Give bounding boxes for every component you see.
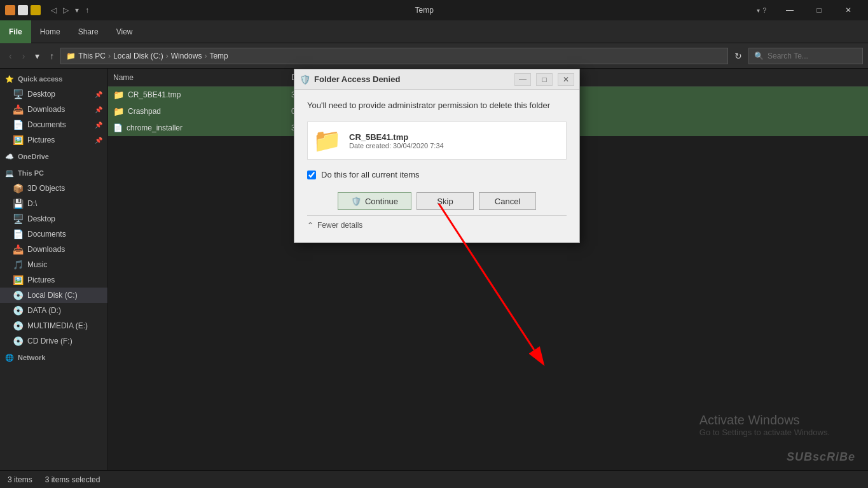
sidebar-header-network[interactable]: 🌐 Network	[0, 350, 107, 365]
checkbox-label: Do this for all current items	[321, 170, 420, 179]
sidebar: ⭐ Quick access 🖥️ Desktop 📌 📥 Downloads …	[0, 69, 108, 470]
d-drive-icon: 💾	[13, 199, 24, 209]
sidebar-item-documents2[interactable]: 📄 Documents	[0, 227, 107, 242]
sidebar-item-pictures[interactable]: 🖼️ Pictures 📌	[0, 132, 107, 148]
pictures-icon: 🖼️	[13, 135, 24, 145]
3d-objects-icon: 📦	[13, 183, 24, 193]
data-d-icon: 💿	[13, 305, 24, 316]
sidebar-item-music[interactable]: 🎵 Music	[0, 257, 107, 272]
minimize-button[interactable]: —	[775, 0, 804, 20]
pictures2-icon: 🖼️	[13, 275, 24, 285]
pin-icon: 📌	[95, 91, 102, 98]
close-button[interactable]: ✕	[834, 0, 863, 20]
nav-recent[interactable]: ▾	[72, 4, 81, 16]
dialog-message: You'll need to provide administrator per…	[307, 100, 567, 111]
cd-drive-icon: 💿	[13, 336, 24, 346]
cancel-button[interactable]: Cancel	[479, 192, 536, 210]
dialog-folder-icon: 📁	[313, 127, 341, 154]
downloads2-icon: 📥	[13, 244, 24, 254]
nav-back[interactable]: ◁	[48, 4, 59, 16]
sidebar-item-d-drive[interactable]: 💾 D:\	[0, 196, 107, 211]
pin-icon-3: 📌	[95, 122, 102, 129]
dialog-title-text: Folder Access Denied	[314, 74, 509, 84]
pin-icon-2: 📌	[95, 106, 102, 113]
desktop-icon: 🖥️	[13, 89, 24, 99]
dialog-close-button[interactable]: ✕	[558, 73, 574, 86]
pin-icon-4: 📌	[95, 137, 102, 144]
search-input[interactable]	[768, 52, 844, 60]
skip-button[interactable]: Skip	[417, 192, 474, 210]
folder-access-denied-dialog: 🛡️ Folder Access Denied — □ ✕ You'll nee…	[294, 69, 580, 243]
path-temp: Temp	[209, 52, 228, 60]
sidebar-section-network: 🌐 Network	[0, 350, 107, 365]
dialog-file-name: CR_5BE41.tmp	[349, 132, 444, 142]
ribbon: File Home Share View	[0, 20, 868, 43]
sidebar-section-this-pc: 💻 This PC 📦 3D Objects 💾 D:\ 🖥️ Desktop …	[0, 165, 107, 349]
nav-up[interactable]: ↑	[83, 4, 92, 16]
refresh-button[interactable]: ↻	[731, 48, 746, 64]
sidebar-section-onedrive: ☁️ OneDrive	[0, 149, 107, 164]
search-icon: 🔍	[754, 52, 764, 60]
sidebar-item-desktop2[interactable]: 🖥️ Desktop	[0, 211, 107, 227]
app-icon-white	[18, 5, 28, 15]
sidebar-header-onedrive[interactable]: ☁️ OneDrive	[0, 149, 107, 164]
recent-button[interactable]: ▾	[31, 48, 43, 64]
title-bar: ◁ ▷ ▾ ↑ Temp ▾ ? — □ ✕	[0, 0, 868, 20]
sidebar-item-downloads2[interactable]: 📥 Downloads	[0, 242, 107, 257]
fewer-details-button[interactable]: ⌃ Fewer details	[307, 215, 567, 232]
sidebar-item-local-disk[interactable]: 💿 Local Disk (C:)	[0, 288, 107, 303]
dialog-body: You'll need to provide administrator per…	[294, 90, 579, 242]
desktop2-icon: 🖥️	[13, 214, 24, 224]
sidebar-item-data-d[interactable]: 💿 DATA (D:)	[0, 303, 107, 318]
file-name-2: Crashpad	[128, 107, 161, 116]
file-icon-3: 📄	[113, 123, 123, 132]
sidebar-header-quick-access: ⭐ Quick access	[0, 71, 107, 87]
ribbon-tabs: File Home Share View	[0, 20, 142, 43]
path-local-disk: Local Disk (C:)	[113, 52, 163, 60]
tab-home[interactable]: Home	[31, 20, 69, 43]
sidebar-item-downloads[interactable]: 📥 Downloads 📌	[0, 102, 107, 117]
title-bar-nav: ◁ ▷ ▾ ↑	[48, 4, 92, 16]
tab-share[interactable]: Share	[69, 20, 107, 43]
folder-icon-2: 📁	[113, 106, 124, 116]
dialog-title-bar: 🛡️ Folder Access Denied — □ ✕	[294, 69, 579, 90]
forward-button[interactable]: ›	[18, 48, 29, 64]
dialog-title-icon: 🛡️	[300, 74, 310, 85]
item-count: 3 items	[8, 475, 32, 484]
dialog-checkbox: Do this for all current items	[307, 170, 567, 179]
selected-count: 3 items selected	[45, 475, 100, 484]
status-bar: 3 items 3 items selected	[0, 470, 868, 488]
maximize-button[interactable]: □	[804, 0, 834, 20]
dialog-maximize-button[interactable]: □	[536, 73, 553, 86]
downloads-icon: 📥	[13, 104, 24, 115]
local-disk-icon: 💿	[13, 290, 24, 300]
sidebar-header-this-pc[interactable]: 💻 This PC	[0, 165, 107, 181]
documents2-icon: 📄	[13, 229, 24, 239]
app-icon-orange	[5, 5, 15, 15]
up-button[interactable]: ↑	[46, 48, 58, 64]
search-box[interactable]: 🔍	[748, 48, 863, 64]
col-header-name[interactable]: Name	[113, 73, 291, 82]
sidebar-item-desktop[interactable]: 🖥️ Desktop 📌	[0, 87, 107, 102]
tab-file[interactable]: File	[0, 20, 31, 43]
nav-forward[interactable]: ▷	[60, 4, 71, 16]
continue-button[interactable]: 🛡️ Continue	[338, 192, 411, 210]
chevron-down-icon: ▾	[757, 7, 760, 14]
title-bar-icons	[5, 5, 41, 15]
sidebar-item-3d-objects[interactable]: 📦 3D Objects	[0, 181, 107, 196]
back-button[interactable]: ‹	[5, 48, 16, 64]
app-icon-yellow	[31, 5, 41, 15]
path-this-pc: This PC	[78, 52, 106, 60]
address-path[interactable]: 📁 This PC › Local Disk (C:) › Windows › …	[60, 48, 728, 64]
file-name: CR_5BE41.tmp	[128, 90, 181, 99]
sidebar-item-multimedia[interactable]: 💿 MULTIMEDIA (E:)	[0, 318, 107, 333]
path-windows: Windows	[171, 52, 202, 60]
tab-view[interactable]: View	[107, 20, 142, 43]
help-icon: ?	[762, 7, 766, 14]
window-title: Temp	[95, 6, 753, 15]
checkbox-all-items[interactable]	[307, 171, 316, 179]
sidebar-item-pictures2[interactable]: 🖼️ Pictures	[0, 272, 107, 288]
sidebar-item-documents[interactable]: 📄 Documents 📌	[0, 117, 107, 132]
dialog-minimize-button[interactable]: —	[514, 73, 531, 86]
sidebar-item-cd-drive[interactable]: 💿 CD Drive (F:)	[0, 333, 107, 349]
